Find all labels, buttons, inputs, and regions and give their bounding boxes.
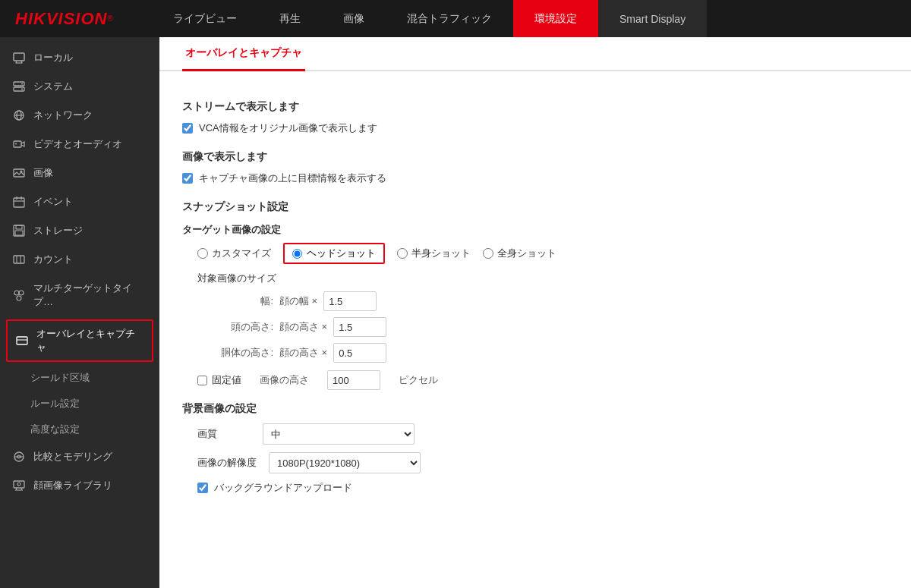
body-height-unit-label: 顔の高さ × [279, 346, 327, 360]
tab-live[interactable]: ライブビュー [152, 0, 258, 37]
sidebar-item-system[interactable]: システム [0, 72, 159, 101]
radio-group: カスタマイズ ヘッドショット 半身ショット 全身ショット [197, 243, 888, 264]
globe2-icon [12, 450, 26, 464]
image-height-input[interactable] [327, 370, 380, 390]
floppy-icon [12, 224, 26, 237]
tab-image[interactable]: 画像 [322, 0, 386, 37]
background-upload-row: バックグラウンドアップロード [197, 481, 888, 495]
radio-customize-label: カスタマイズ [212, 247, 271, 260]
snapshot-title: スナップショット設定 [182, 200, 888, 214]
monitor-icon [12, 51, 26, 64]
svg-rect-20 [16, 225, 22, 229]
sidebar-item-advanced[interactable]: 高度な設定 [0, 417, 159, 442]
resolution-label: 画像の解像度 [197, 456, 257, 470]
capture-label: キャプチャ画像の上に目標情報を表示する [199, 171, 386, 185]
page-tabs: オーバレイとキャプチャ [159, 37, 911, 71]
svg-point-12 [15, 143, 17, 145]
vca-checkbox[interactable] [182, 123, 193, 134]
image-display-title: 画像で表示します [182, 150, 888, 164]
sidebar-item-compare[interactable]: 比較とモデリング [0, 442, 159, 471]
svg-rect-21 [15, 231, 23, 235]
nav-tabs: ライブビュー 再生 画像 混合トラフィック 環境設定 Smart Display [152, 0, 911, 37]
capture-checkbox-row: キャプチャ画像の上に目標情報を表示する [182, 171, 888, 185]
sidebar-label-video-audio: ビデオとオーディオ [33, 137, 122, 151]
sidebar-label-multi-target: マルチターゲットタイプ… [33, 281, 147, 309]
vca-label: VCA情報をオリジナル画像で表示します [199, 121, 377, 135]
background-upload-checkbox[interactable] [197, 483, 208, 493]
radio-customize-input[interactable] [197, 248, 208, 259]
target-image-title: ターゲット画像の設定 [182, 223, 888, 237]
radio-half-input[interactable] [397, 248, 408, 259]
pixel-label: ピクセル [399, 373, 438, 387]
sidebar-item-rule[interactable]: ルール設定 [0, 391, 159, 417]
svg-point-25 [14, 291, 19, 295]
sidebar-label-advanced: 高度な設定 [30, 423, 80, 435]
quality-select[interactable]: 低 中 高 [263, 423, 415, 445]
width-label: 幅: [213, 294, 273, 308]
sidebar-item-face-lib[interactable]: 顔画像ライブラリ [0, 471, 159, 500]
radio-customize[interactable]: カスタマイズ [197, 247, 271, 260]
radio-full-body[interactable]: 全身ショット [483, 247, 556, 260]
sidebar-label-event: イベント [33, 195, 73, 209]
background-image-title: 背景画像の設定 [182, 402, 888, 416]
radio-full-label: 全身ショット [497, 247, 556, 260]
sidebar-item-multi-target[interactable]: マルチターゲットタイプ… [0, 274, 159, 316]
width-unit-label: 顔の幅 × [279, 294, 317, 308]
svg-point-26 [19, 291, 24, 295]
sidebar-item-video-audio[interactable]: ビデオとオーディオ [0, 130, 159, 159]
target-size-label: 対象画像のサイズ [197, 272, 888, 285]
fixed-value-checkbox[interactable] [197, 376, 207, 385]
radio-headshot-input[interactable] [292, 249, 302, 259]
radio-half-body[interactable]: 半身ショット [397, 247, 471, 260]
radio-headshot-highlight[interactable]: ヘッドショット [283, 243, 385, 264]
sidebar-item-network[interactable]: ネットワーク [0, 101, 159, 130]
logo: HIKVISION [15, 9, 107, 29]
calendar-icon [12, 195, 26, 209]
overlay-icon [15, 334, 29, 347]
sidebar-label-rule: ルール設定 [30, 398, 80, 409]
body-height-row: 胴体の高さ: 顔の高さ × [213, 343, 888, 363]
sidebar-item-overlay-capture[interactable]: オーバレイとキャプチャ [6, 319, 153, 362]
capture-checkbox[interactable] [182, 173, 193, 184]
page-tab-overlay[interactable]: オーバレイとキャプチャ [182, 37, 305, 71]
svg-point-14 [20, 171, 23, 173]
main-layout: ローカル システム ネットワーク [0, 37, 911, 588]
quality-label: 画質 [197, 427, 251, 441]
sidebar-item-storage[interactable]: ストレージ [0, 216, 159, 245]
sidebar-label-face-lib: 顔画像ライブラリ [33, 479, 112, 492]
svg-rect-22 [14, 256, 24, 263]
sidebar-item-local[interactable]: ローカル [0, 43, 159, 72]
svg-rect-15 [14, 198, 24, 207]
stream-display-title: ストリームで表示します [182, 100, 888, 114]
radio-full-input[interactable] [483, 248, 493, 259]
tab-playback[interactable]: 再生 [258, 0, 322, 37]
server-icon [12, 80, 26, 93]
monitor2-icon [12, 479, 26, 492]
svg-point-36 [17, 483, 20, 486]
image-icon [12, 166, 26, 180]
sidebar-label-system: システム [33, 80, 73, 93]
sidebar-item-shield[interactable]: シールド区域 [0, 365, 159, 391]
tab-traffic[interactable]: 混合トラフィック [386, 0, 513, 37]
head-height-row: 頭の高さ: 顔の高さ × [213, 317, 888, 337]
svg-rect-32 [14, 481, 24, 488]
head-height-label: 頭の高さ: [213, 320, 273, 334]
sidebar-label-image: 画像 [33, 166, 53, 180]
head-height-unit-label: 顔の高さ × [279, 320, 327, 334]
tab-smart[interactable]: Smart Display [598, 0, 707, 37]
camera-icon [12, 137, 26, 151]
svg-rect-11 [14, 141, 21, 147]
svg-rect-28 [17, 337, 27, 344]
body-height-input[interactable] [333, 343, 386, 363]
sidebar-label-compare: 比較とモデリング [33, 450, 112, 464]
sidebar-item-event[interactable]: イベント [0, 187, 159, 216]
radio-half-label: 半身ショット [411, 247, 471, 260]
globe-icon [12, 108, 26, 122]
sidebar-item-image[interactable]: 画像 [0, 159, 159, 187]
head-height-input[interactable] [333, 317, 386, 337]
sidebar-item-count[interactable]: カウント [0, 245, 159, 274]
tab-config[interactable]: 環境設定 [513, 0, 598, 37]
width-input[interactable] [323, 291, 377, 311]
resolution-select[interactable]: 720P(1280*720) 1080P(1920*1080) 4K(3840*… [269, 452, 421, 473]
sidebar-label-storage: ストレージ [33, 224, 83, 237]
